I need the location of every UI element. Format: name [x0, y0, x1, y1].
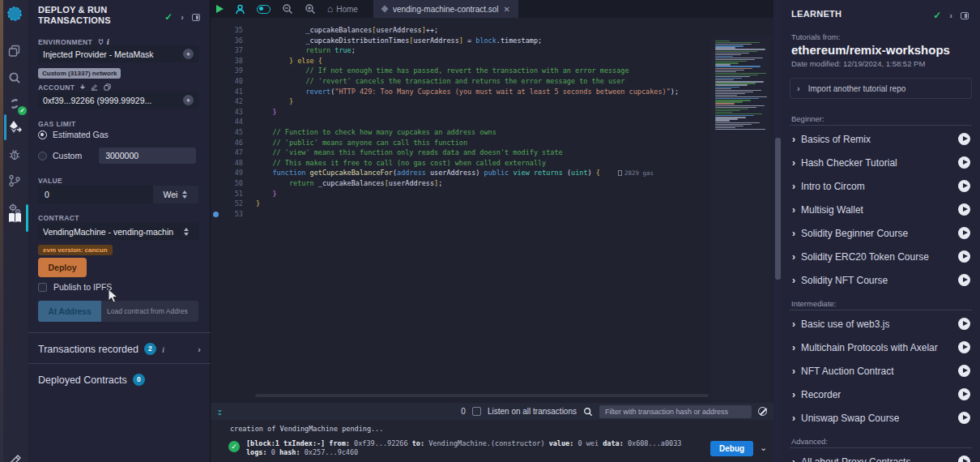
play-icon[interactable]: [958, 203, 970, 216]
terminal-collapse-icon[interactable]: ⌄⌄: [217, 409, 223, 415]
play-icon[interactable]: [958, 274, 970, 286]
tutorial-item[interactable]: ›Basic use of web3.js: [782, 312, 980, 336]
breakpoint-icon[interactable]: [213, 212, 219, 217]
breakpoint-margin[interactable]: [211, 148, 222, 158]
publish-ipfs-checkbox[interactable]: [38, 283, 47, 292]
deploy-button[interactable]: Deploy: [38, 258, 87, 277]
breakpoint-margin[interactable]: [211, 209, 222, 220]
tx-expand-chevron[interactable]: ⌄: [760, 443, 767, 453]
tutorial-chevron-icon[interactable]: ›: [792, 134, 795, 145]
play-icon[interactable]: [958, 133, 970, 145]
scrollbar-thumb[interactable]: [775, 138, 781, 280]
search-icon[interactable]: [6, 69, 23, 87]
deployed-contracts-row[interactable]: Deployed Contracts 0: [28, 363, 211, 394]
tutorial-item[interactable]: ›Hash Checker Tutorial: [782, 151, 980, 174]
code-line[interactable]: 37 return true;: [211, 45, 713, 56]
play-icon[interactable]: [958, 456, 970, 462]
play-icon[interactable]: [958, 412, 970, 424]
breakpoint-margin[interactable]: [211, 189, 222, 199]
assistant-person-icon[interactable]: [229, 0, 251, 18]
tutorial-item[interactable]: ›Solidity Beginner Course: [782, 221, 980, 245]
account-settings-icon[interactable]: ●: [183, 95, 194, 105]
tutorial-item[interactable]: ›All about Proxy Contracts: [782, 450, 980, 462]
play-icon[interactable]: [958, 227, 970, 239]
tutorial-chevron-icon[interactable]: ›: [792, 456, 795, 462]
breakpoint-margin[interactable]: [211, 66, 222, 76]
breakpoint-margin[interactable]: [211, 107, 222, 118]
tutorial-chevron-icon[interactable]: ›: [792, 413, 795, 424]
zoom-in-icon[interactable]: [299, 0, 322, 18]
breakpoint-margin[interactable]: [211, 96, 222, 107]
tutorial-item[interactable]: ›Uniswap Swap Course: [782, 406, 980, 430]
code-line[interactable]: 45 // Function to check how many cupcake…: [211, 127, 713, 138]
tutorial-item[interactable]: ›NFT Auction Contract: [782, 359, 980, 383]
file-explorer-icon[interactable]: [6, 42, 23, 60]
debug-button[interactable]: Debug: [710, 441, 753, 456]
code-line[interactable]: 51 }: [211, 189, 713, 199]
learneth-collapse-icon[interactable]: ›: [949, 11, 952, 20]
copy-account-icon[interactable]: [104, 83, 111, 91]
tutorial-chevron-icon[interactable]: ›: [792, 275, 795, 286]
code-line[interactable]: 35 _cupcakeBalances[userAddress]++;: [211, 25, 713, 36]
right-panel-scrollbar[interactable]: [773, 0, 782, 462]
breakpoint-margin[interactable]: [211, 158, 222, 169]
deploy-run-icon[interactable]: [6, 118, 23, 136]
code-line[interactable]: 50 return _cupcakeBalances[userAddress];: [211, 178, 713, 189]
code-line[interactable]: 53: [211, 209, 713, 220]
code-line[interactable]: 49 function getCupcakeBalanceFor(address…: [211, 168, 713, 178]
contract-select[interactable]: VendingMachine - vending-machin: [38, 223, 198, 240]
pen-icon[interactable]: [6, 451, 23, 462]
code-line[interactable]: 41 revert("HTTP 429: Too Many Cupcakes (…: [211, 87, 713, 97]
learneth-book-icon[interactable]: [6, 209, 23, 227]
transactions-recorded-row[interactable]: Transactions recorded 2 i ›: [28, 332, 211, 363]
play-icon[interactable]: [958, 180, 970, 192]
horizontal-scrollbar[interactable]: [255, 394, 709, 397]
tx-expand-icon[interactable]: ›: [198, 344, 201, 354]
breakpoint-margin[interactable]: [211, 168, 222, 178]
home-button[interactable]: ⌂ Home: [322, 0, 364, 18]
value-input[interactable]: 0: [38, 186, 153, 203]
sign-message-icon[interactable]: [91, 83, 98, 91]
solidity-compiler-icon[interactable]: ✓: [6, 95, 23, 113]
tutorial-item[interactable]: ›Solidity NFT Course: [782, 268, 980, 292]
tutorial-chevron-icon[interactable]: ›: [792, 157, 795, 169]
minimap[interactable]: [711, 36, 771, 403]
ai-toggle[interactable]: [251, 0, 276, 18]
run-script-button[interactable]: [211, 0, 229, 18]
play-icon[interactable]: [958, 341, 970, 353]
import-repo-row[interactable]: › Import another tutorial repo: [790, 78, 972, 99]
breakpoint-margin[interactable]: [211, 36, 222, 46]
tutorial-chevron-icon[interactable]: ›: [792, 251, 795, 263]
tutorial-chevron-icon[interactable]: ›: [792, 389, 795, 400]
tutorial-chevron-icon[interactable]: ›: [792, 181, 795, 192]
breakpoint-margin[interactable]: [211, 138, 222, 148]
code-line[interactable]: 38 } else {: [211, 56, 713, 66]
play-icon[interactable]: [958, 156, 970, 169]
tutorial-chevron-icon[interactable]: ›: [792, 319, 795, 330]
breakpoint-margin[interactable]: [211, 25, 222, 36]
code-line[interactable]: 44: [211, 117, 713, 127]
code-line[interactable]: 40 // 'revert' cancels the transaction a…: [211, 76, 713, 87]
custom-gas-option[interactable]: Custom 3000000: [38, 148, 196, 164]
code-line[interactable]: 47 // 'view' means this function only re…: [211, 148, 713, 158]
editor-tab[interactable]: vending-machine-contract.sol ✕: [373, 0, 518, 18]
tutorial-item[interactable]: ›Solidity ERC20 Token Course: [782, 245, 980, 268]
zoom-out-icon[interactable]: [276, 0, 299, 18]
play-icon[interactable]: [958, 318, 970, 330]
breakpoint-margin[interactable]: [211, 199, 222, 209]
breakpoint-margin[interactable]: [211, 56, 222, 66]
tutorial-item[interactable]: ›Recorder: [782, 383, 980, 406]
panel-pin-icon[interactable]: [192, 14, 200, 21]
custom-gas-radio[interactable]: [38, 152, 47, 160]
breakpoint-margin[interactable]: [211, 117, 222, 127]
tutorial-chevron-icon[interactable]: ›: [792, 366, 795, 377]
code-area[interactable]: 35 _cupcakeBalances[userAddress]++;36 _c…: [211, 18, 773, 403]
account-select[interactable]: 0xf39...92266 (9999.99929... ●: [38, 92, 198, 109]
code-line[interactable]: 36 _cupcakeDistributionTimes[userAddress…: [211, 36, 713, 46]
value-unit-select[interactable]: Wei: [153, 186, 198, 203]
breakpoint-margin[interactable]: [211, 87, 222, 97]
breakpoint-margin[interactable]: [211, 127, 222, 138]
environment-select[interactable]: Injected Provider - MetaMask ●: [38, 45, 198, 62]
play-icon[interactable]: [958, 250, 970, 263]
tutorial-item[interactable]: ›Multichain Protocols with Axelar: [782, 336, 980, 359]
